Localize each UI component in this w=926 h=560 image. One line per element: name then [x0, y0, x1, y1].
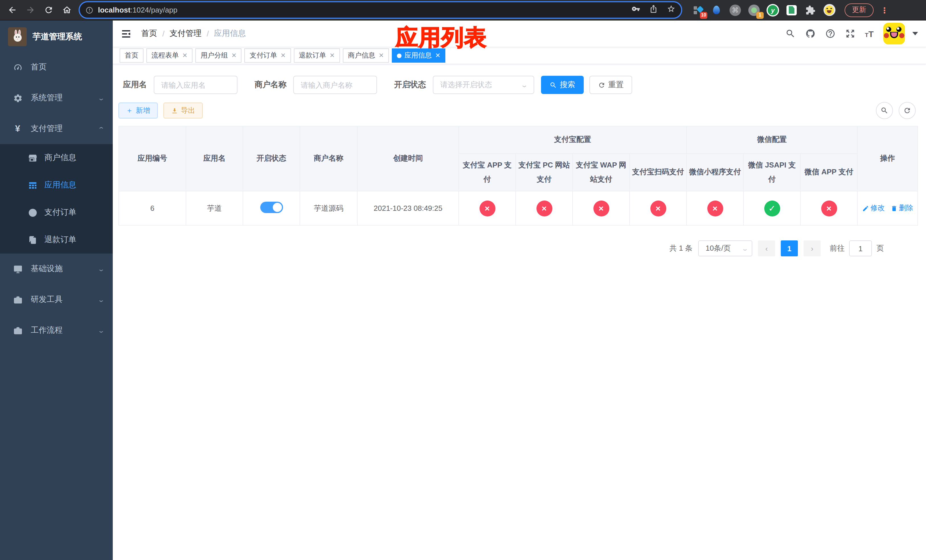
sidebar-item-pay-order[interactable]: 支付订单 [0, 199, 113, 226]
screen: localhost:1024/pay/app 10 ⌘ [0, 0, 926, 560]
goto-label: 前往 [830, 244, 844, 254]
alipay-app-status-icon: × [479, 201, 495, 216]
extension-balloon-icon[interactable] [710, 4, 723, 16]
cell-app-name: 芋道 [186, 191, 243, 226]
sidebar-collapse-icon[interactable] [121, 27, 133, 40]
status-label: 开启状态 [394, 80, 426, 90]
url-text: localhost:1024/pay/app [98, 6, 632, 14]
col-app-name: 应用名 [186, 126, 243, 191]
chevron-down-icon: ⌄ [520, 81, 528, 89]
sidebar-item-payment[interactable]: ¥ 支付管理 ⌄ [0, 114, 113, 144]
browser-update-button[interactable]: 更新 [844, 3, 874, 17]
site-info-icon[interactable] [85, 6, 94, 14]
extension-y-icon[interactable]: y [767, 4, 779, 16]
tag-merchant-info[interactable]: 商户信息✕ [343, 48, 389, 63]
sidebar-item-refund-order[interactable]: 退款订单 [0, 226, 113, 254]
close-icon[interactable]: ✕ [182, 52, 188, 59]
breadcrumb-home[interactable]: 首页 [141, 29, 157, 39]
alipay-qr-status-icon: × [650, 201, 666, 216]
status-toggle[interactable] [260, 202, 283, 213]
extension-tiles-icon[interactable]: 10 [691, 4, 704, 16]
annotation-app-list: 应用列表 [396, 22, 487, 53]
delete-link[interactable]: 删除 [890, 203, 913, 213]
bookmark-star-icon[interactable] [667, 5, 675, 15]
pagination: 共 1 条 10条/页 ⌄ ‹ 1 › 前往 页 [118, 241, 884, 257]
github-icon[interactable] [805, 29, 815, 39]
close-icon[interactable]: ✕ [280, 52, 286, 59]
goto-page-input[interactable] [849, 241, 872, 257]
browser-home-icon[interactable] [59, 3, 74, 17]
refresh-button[interactable] [899, 102, 916, 119]
storefront-icon [27, 153, 38, 163]
col-wechat-jsapi: 微信 JSAPI 支付 [743, 153, 800, 191]
browser-menu-icon[interactable]: ⋮ [881, 5, 888, 15]
sidebar-item-dev-tools[interactable]: 研发工具 ⌄ [0, 284, 113, 315]
col-alipay-wap: 支付宝 WAP 网站支付 [573, 153, 629, 191]
extension-lens-icon[interactable]: 1 [748, 4, 760, 16]
current-page[interactable]: 1 [781, 241, 798, 257]
close-icon[interactable]: ✕ [231, 52, 236, 59]
export-button[interactable]: 导出 [163, 103, 203, 118]
search-button[interactable]: 搜索 [541, 76, 584, 94]
col-app-id: 应用编号 [119, 126, 186, 191]
tag-pay-order[interactable]: 支付订单✕ [245, 48, 291, 63]
dashboard-icon [12, 62, 23, 73]
chevron-down-icon: ⌄ [97, 265, 105, 272]
sidebar-item-infrastructure[interactable]: 基础设施 ⌄ [0, 254, 113, 284]
share-icon[interactable] [649, 5, 658, 15]
sidebar-item-system[interactable]: 系统管理 ⌄ [0, 83, 113, 114]
close-icon[interactable]: ✕ [330, 52, 334, 59]
extension-emoji-icon[interactable] [823, 4, 835, 16]
user-avatar[interactable] [883, 23, 905, 44]
col-status: 开启状态 [243, 126, 300, 191]
prev-page-button[interactable]: ‹ [758, 241, 775, 257]
yen-circle-icon [27, 207, 38, 218]
sidebar-item-home[interactable]: 首页 [0, 52, 113, 83]
col-created: 创建时间 [357, 126, 459, 191]
extension-badge: 10 [700, 12, 707, 18]
browser-back-icon[interactable] [5, 3, 20, 17]
alipay-wap-status-icon: × [593, 201, 609, 216]
sidebar-item-app-info[interactable]: 应用信息 [0, 171, 113, 199]
extensions-puzzle-icon[interactable] [804, 4, 817, 16]
toggle-search-button[interactable] [876, 102, 893, 119]
address-bar[interactable]: localhost:1024/pay/app [80, 2, 681, 18]
cell-app-id: 6 [119, 191, 186, 226]
edit-link[interactable]: 修改 [862, 203, 885, 213]
table-row: 6 芋道 芋道源码 2021-10-23 08:49:25 × × × × × … [119, 191, 918, 226]
fullscreen-icon[interactable] [845, 29, 855, 39]
tag-home[interactable]: 首页 [120, 48, 144, 63]
breadcrumb: 首页 / 支付管理 / 应用信息 [141, 29, 246, 39]
breadcrumb-payment[interactable]: 支付管理 [170, 29, 201, 39]
font-size-icon[interactable]: TT [865, 29, 874, 38]
close-icon[interactable]: ✕ [379, 52, 384, 59]
add-button[interactable]: ＋ 新增 [118, 103, 157, 118]
tag-user-group[interactable]: 用户分组✕ [195, 48, 242, 63]
tag-refund-order[interactable]: 退款订单✕ [294, 48, 340, 63]
page-size-select[interactable]: 10条/页 ⌄ [698, 241, 752, 257]
merchant-name-input[interactable] [293, 76, 377, 94]
toolbox-icon [12, 325, 23, 336]
logo-rabbit-image [8, 27, 27, 46]
status-select[interactable]: 请选择开启状态 ⌄ [433, 76, 534, 94]
browser-reload-icon[interactable] [41, 3, 56, 17]
password-key-icon[interactable] [632, 5, 640, 15]
user-menu-caret-icon[interactable] [912, 32, 918, 35]
plus-icon: ＋ [126, 106, 133, 115]
wechat-app-status-icon: × [821, 201, 837, 216]
sidebar-item-merchant-info[interactable]: 商户信息 [0, 144, 113, 171]
tag-process-form[interactable]: 流程表单✕ [146, 48, 192, 63]
search-icon[interactable] [785, 29, 795, 39]
sidebar-item-workflow[interactable]: 工作流程 ⌄ [0, 315, 113, 346]
extension-doc-icon[interactable] [785, 4, 798, 16]
top-navbar: 首页 / 支付管理 / 应用信息 [113, 21, 926, 47]
browser-forward-icon[interactable] [23, 3, 38, 17]
reset-button[interactable]: 重置 [589, 76, 632, 94]
sidebar-logo[interactable]: 芋道管理系统 [0, 21, 113, 52]
next-page-button[interactable]: › [803, 241, 821, 257]
help-icon[interactable] [825, 29, 835, 39]
toolbox-icon [12, 295, 23, 305]
chevron-down-icon: ⌄ [97, 296, 105, 303]
extension-command-icon[interactable]: ⌘ [729, 4, 741, 16]
app-name-input[interactable] [154, 76, 238, 94]
